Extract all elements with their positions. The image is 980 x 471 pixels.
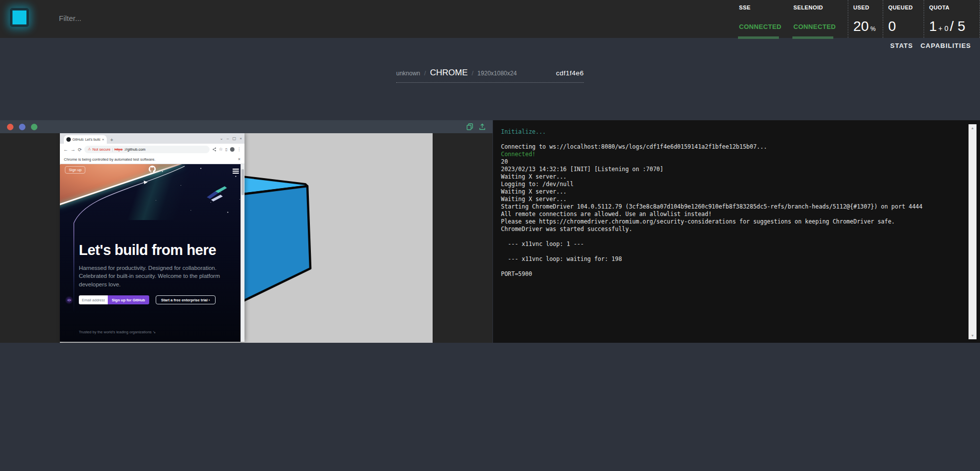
code-icon: <> — [65, 296, 73, 304]
infobar-text: Chrome is being controlled by automated … — [64, 157, 155, 162]
log-line: Connected! — [501, 151, 962, 158]
tab-title: GitHub: Let's build from h... — [72, 138, 100, 141]
selenoid-status: SELENOID CONNECTED — [788, 0, 848, 38]
view-tabs: STATS CAPABILITIES — [890, 42, 971, 49]
not-secure-label: Not secure — [92, 147, 110, 152]
used-value: 20% — [853, 19, 876, 33]
session-id-link[interactable]: cdf1f4e6 — [556, 69, 584, 77]
quota-max: / 5 — [950, 18, 965, 34]
log-line: PORT=5900 — [501, 270, 962, 278]
new-tab-icon[interactable]: + — [110, 137, 113, 143]
github-signup-controls: <> Sign up for GitHub Start a free enter… — [65, 295, 216, 304]
github-logo-icon[interactable] — [149, 166, 156, 173]
github-subtitle: Harnessed for productivity. Designed for… — [79, 264, 222, 288]
selenoid-connected-underline — [792, 36, 833, 39]
log-scrollbar[interactable]: ▲ ▼ — [969, 124, 977, 339]
copy-icon[interactable] — [467, 123, 473, 130]
address-bar[interactable]: ⚠ Not secure | https ://github.com — [84, 146, 210, 153]
quota-value: 1+ 0/ 5 — [929, 19, 966, 33]
browser-menu-icon[interactable]: ⋮ — [237, 147, 241, 152]
log-line: Connecting to ws://localhost:8080/ws/log… — [501, 143, 962, 151]
log-line: Waiting X server... — [501, 196, 962, 203]
filter-input[interactable] — [58, 10, 220, 26]
maximize-icon[interactable]: ▢ — [233, 136, 237, 141]
url-host: ://github.com — [124, 147, 146, 152]
email-field[interactable] — [79, 295, 108, 304]
log-line: Logging to: /dev/null — [501, 181, 962, 188]
session-separator: / — [472, 69, 474, 77]
enterprise-trial-button[interactable]: Start a free enterprise trial › — [156, 295, 216, 304]
queued-value: 0 — [888, 19, 896, 33]
back-icon[interactable]: ← — [63, 147, 68, 152]
log-line — [501, 248, 962, 255]
scroll-up-icon[interactable]: ▲ — [971, 126, 975, 130]
browser-scrollbar[interactable] — [241, 164, 245, 342]
used-stat: USED 20% — [848, 0, 883, 38]
log-line: Please see https://chromedriver.chromium… — [501, 218, 962, 226]
tab-stats[interactable]: STATS — [890, 42, 913, 49]
log-line: --- x11vnc loop: waiting for: 198 — [501, 255, 962, 263]
browser-tab[interactable]: GitHub: Let's build from h... × — [64, 135, 107, 144]
queued-stat: QUEUED 0 — [883, 0, 924, 38]
selenoid-label: SELENOID — [793, 4, 848, 10]
selenoid-value: CONNECTED — [793, 23, 836, 30]
signup-for-github-button[interactable]: Sign up for GitHub — [108, 295, 149, 304]
profile-avatar-icon[interactable] — [230, 147, 235, 152]
infobar-close-icon[interactable]: × — [238, 157, 241, 162]
share-icon[interactable] — [212, 147, 217, 152]
session-resolution: 1920x1080x24 — [478, 70, 517, 77]
open-vnc-icon[interactable] — [479, 123, 486, 130]
remote-browser-window: GitHub: Let's build from h... × + ⌄ – ▢ … — [60, 133, 245, 342]
vnc-canvas[interactable]: GitHub: Let's build from h... × + ⌄ – ▢ … — [60, 133, 433, 343]
url-scheme: https — [114, 147, 122, 152]
selenoid-ui-app: SSE CONNECTED SELENOID CONNECTED USED 20… — [0, 0, 980, 471]
used-label: USED — [853, 4, 883, 10]
vnc-actions — [467, 123, 486, 130]
log-line: Starting ChromeDriver 104.0.5112.79 (3cf… — [501, 203, 962, 211]
browser-scrollbar-thumb[interactable] — [242, 169, 244, 195]
hamburger-menu-icon[interactable] — [233, 169, 239, 175]
log-line — [501, 233, 962, 240]
reload-icon[interactable]: ⟳ — [78, 147, 82, 152]
window-controls: ⌄ – ▢ × — [220, 133, 242, 144]
traffic-light-red-icon — [7, 124, 13, 130]
log-line: 20 — [501, 158, 962, 166]
browser-tabstrip: GitHub: Let's build from h... × + ⌄ – ▢ … — [60, 133, 245, 144]
url-divider: | — [112, 148, 113, 151]
session-browser: CHROME — [430, 68, 468, 78]
github-signup-button[interactable]: Sign up — [65, 166, 85, 174]
trusted-by-note: Trusted by the world's leading organizat… — [79, 330, 156, 334]
warning-icon: ⚠ — [88, 147, 91, 151]
log-line: 2023/02/13 14:32:16 [INIT] [Listening on… — [501, 166, 962, 173]
session-log-panel: Initialize... Connecting to ws://localho… — [493, 120, 980, 343]
forward-icon[interactable]: → — [71, 147, 76, 152]
tab-close-icon[interactable]: × — [102, 137, 104, 142]
log-line: --- x11vnc loop: 1 --- — [501, 240, 962, 248]
used-number: 20 — [853, 18, 869, 34]
close-window-icon[interactable]: × — [240, 136, 242, 141]
side-panel-icon[interactable]: ▯ — [226, 147, 228, 152]
log-line: Initialize... — [501, 128, 962, 136]
minimize-icon[interactable]: – — [227, 136, 229, 141]
tab-capabilities[interactable]: CAPABILITIES — [921, 42, 971, 49]
log-line — [501, 263, 962, 270]
sse-label: SSE — [739, 4, 788, 10]
session-version: unknown — [396, 70, 420, 77]
bookmark-star-icon[interactable]: ☆ — [219, 147, 223, 152]
quota-pending: + 0 — [939, 24, 949, 32]
app-logo-icon — [10, 8, 29, 27]
top-bar: SSE CONNECTED SELENOID CONNECTED USED 20… — [0, 0, 980, 38]
vnc-titlebar — [0, 120, 492, 133]
vnc-window: GitHub: Let's build from h... × + ⌄ – ▢ … — [0, 120, 492, 343]
scroll-down-icon[interactable]: ▼ — [971, 334, 975, 337]
traffic-light-green-icon — [31, 124, 37, 130]
log-line: ChromeDriver was started successfully. — [501, 226, 962, 233]
log-line: Waiting X server... — [501, 188, 962, 196]
cube-3d — [242, 175, 316, 305]
browser-urlbar: ← → ⟳ ⚠ Not secure | https ://github.com — [60, 144, 245, 155]
tab-search-icon[interactable]: ⌄ — [220, 136, 224, 141]
vnc-screen: GitHub: Let's build from h... × + ⌄ – ▢ … — [0, 133, 492, 343]
session-row: unknown / CHROME / 1920x1080x24 cdf1f4e6 — [396, 63, 584, 83]
session-info: unknown / CHROME / 1920x1080x24 — [396, 68, 517, 78]
used-unit: % — [870, 25, 876, 32]
